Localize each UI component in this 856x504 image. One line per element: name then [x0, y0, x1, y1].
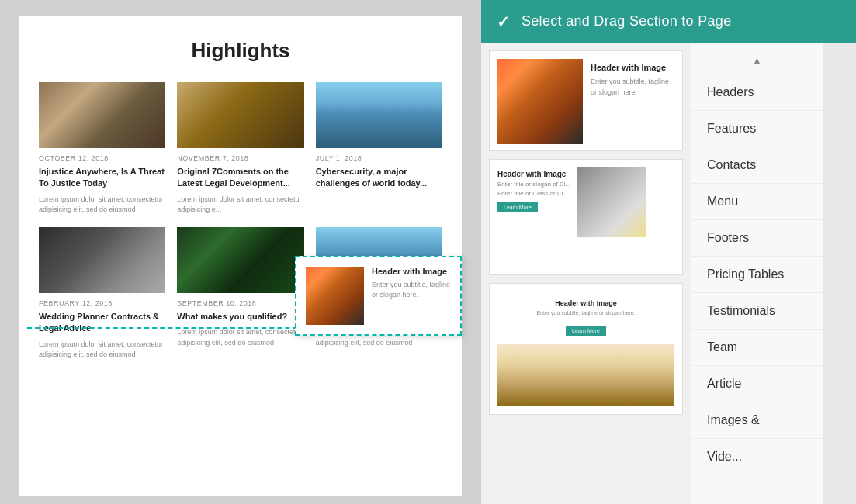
blog-excerpt-2: Lorem ipsum dolor sit amet, consectetur … — [177, 195, 303, 216]
blog-date-3: JULY 1, 2018 — [316, 154, 442, 162]
preview-image-right-2 — [577, 167, 646, 237]
sidebar-item-footers[interactable]: Footers — [691, 220, 823, 257]
preview-subtitle-3: Enter you subtitle, tagline or slogan he… — [501, 310, 671, 316]
blog-headline-4: Wedding Planner Contracts & Legal Advice — [39, 311, 165, 335]
blog-card: JULY 1, 2018 Cybersecurity, a major chal… — [316, 82, 442, 216]
page-preview: Highlights OCTOBER 12, 2018 Injustice An… — [19, 16, 462, 496]
section-card-1[interactable]: Header with Image Enter you subtitle, ta… — [489, 50, 683, 151]
section-card-3[interactable]: Header with Image Enter you subtitle, ta… — [489, 283, 683, 415]
preview-btn-2[interactable]: Learn More — [497, 202, 538, 212]
preview-desc2-2: Enter title or Class or Cl... — [497, 190, 570, 197]
scroll-up-arrow[interactable]: ▲ — [752, 54, 763, 67]
scroll-indicator: ▲ — [691, 50, 823, 74]
sidebar-item-testimonials[interactable]: Testimonials — [691, 293, 823, 330]
sidebar-item-menu[interactable]: Menu — [691, 184, 823, 220]
preview-desc1-2: Enter title or slogan of Cl... — [497, 181, 570, 188]
blog-headline-1: Injustice Anywhere, Is A Threat To Justi… — [39, 166, 165, 190]
preview-card-2-header: Header with Image Enter title or slogan … — [497, 167, 674, 267]
blog-image-5 — [177, 227, 303, 293]
checkmark-icon: ✓ — [497, 12, 510, 31]
blog-image-1 — [39, 82, 165, 148]
blog-headline-3: Cybersecurity, a major challenges of wor… — [316, 166, 442, 190]
right-panel: ✓ Select and Drag Section to Page Header… — [481, 0, 856, 504]
preview-card-3-content: Header with Image Enter you subtitle, ta… — [497, 292, 674, 344]
left-panel: Highlights OCTOBER 12, 2018 Injustice An… — [0, 0, 481, 504]
drag-card-subtitle: Enter you subtitle, tagline or slogan he… — [372, 280, 451, 299]
sidebar-item-features[interactable]: Features — [691, 111, 823, 147]
sidebar-item-headers[interactable]: Headers — [691, 74, 823, 111]
blog-card: NOVEMBER 7, 2018 Original 7Comments on t… — [177, 82, 303, 216]
blog-date-4: FEBRUARY 12, 2018 — [39, 299, 165, 307]
section-card-2[interactable]: Header with Image Enter title or slogan … — [489, 159, 683, 275]
sidebar-item-contacts[interactable]: Contacts — [691, 147, 823, 184]
blog-excerpt-4: Lorem ipsum dolor sit amet, consectetur … — [39, 340, 165, 361]
preview-btn-3[interactable]: Learn More — [566, 326, 606, 336]
blog-excerpt-5: Lorem ipsum dolor sit amet, consectetur … — [177, 327, 303, 348]
top-bar-title: Select and Drag Section to Page — [522, 13, 731, 29]
sidebar-item-pricing-tables[interactable]: Pricing Tables — [691, 257, 823, 293]
preview-title-1: Header with Image — [591, 63, 674, 72]
sections-panel[interactable]: Header with Image Enter you subtitle, ta… — [481, 43, 691, 504]
blog-card: FEBRUARY 12, 2018 Wedding Planner Contra… — [39, 227, 165, 361]
top-bar: ✓ Select and Drag Section to Page — [481, 0, 856, 43]
sidebar-item-team[interactable]: Team — [691, 330, 823, 366]
drag-card-content: Header with Image Enter you subtitle, ta… — [372, 267, 451, 325]
sidebar-item-video[interactable]: Vide... — [691, 439, 823, 475]
preview-image-1 — [497, 59, 583, 144]
preview-title-3: Header with Image — [501, 299, 671, 307]
preview-subtitle-1: Enter you subtitle, tagline or slogan he… — [591, 77, 674, 98]
blog-date-1: OCTOBER 12, 2018 — [39, 154, 165, 162]
content-area: Header with Image Enter you subtitle, ta… — [481, 43, 856, 504]
sidebar-item-images[interactable]: Images & — [691, 402, 823, 439]
blog-headline-5: What makes you qualified? — [177, 311, 303, 323]
drag-card-title: Header with Image — [372, 267, 451, 276]
preview-card-2-text: Header with Image Enter title or slogan … — [497, 167, 570, 212]
sidebar-menu: ▲ Headers Features Contacts Menu Footers… — [691, 43, 823, 504]
preview-image-3 — [497, 344, 674, 406]
blog-card: OCTOBER 12, 2018 Injustice Anywhere, Is … — [39, 82, 165, 216]
drag-card[interactable]: Header with Image Enter you subtitle, ta… — [295, 256, 462, 336]
highlights-title: Highlights — [39, 39, 442, 63]
blog-headline-2: Original 7Comments on the Latest Legal D… — [177, 166, 303, 190]
blog-date-5: SEPTEMBER 10, 2018 — [177, 299, 303, 307]
blog-image-4 — [39, 227, 165, 293]
preview-label-2: Header with Image — [497, 170, 570, 178]
sidebar-item-article[interactable]: Article — [691, 366, 823, 402]
preview-text-1: Header with Image Enter you subtitle, ta… — [591, 59, 674, 98]
blog-excerpt-1: Lorem ipsum dolor sit amet, consectetur … — [39, 195, 165, 216]
blog-image-2 — [177, 82, 303, 148]
drag-card-image — [306, 267, 364, 325]
blog-image-3 — [316, 82, 442, 148]
blog-card: SEPTEMBER 10, 2018 What makes you qualif… — [177, 227, 303, 361]
blog-date-2: NOVEMBER 7, 2018 — [177, 154, 303, 162]
